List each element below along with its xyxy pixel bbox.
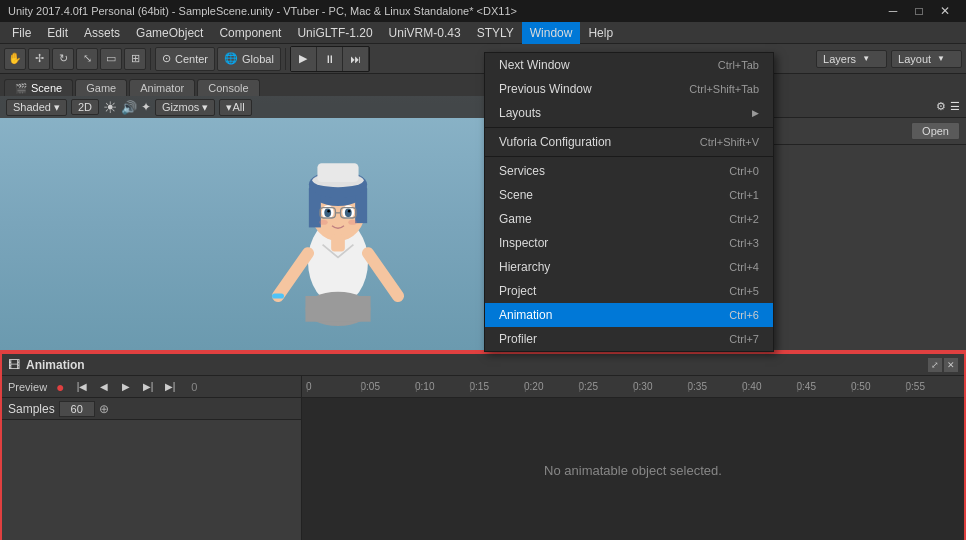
- animation-panel-title: Animation: [26, 358, 85, 372]
- dropdown-item-animation[interactable]: AnimationCtrl+6: [485, 303, 773, 327]
- panel-menu-icon[interactable]: ☰: [950, 100, 960, 113]
- center-button[interactable]: ⊙ Center: [155, 47, 215, 71]
- pause-button[interactable]: ⏸: [317, 47, 343, 71]
- dropdown-item-vuforia-configuration[interactable]: Vuforia ConfigurationCtrl+Shift+V: [485, 130, 773, 154]
- globe-icon: 🌐: [224, 52, 238, 65]
- tab-animator[interactable]: Animator: [129, 79, 195, 96]
- animation-header: 🎞 Animation ⤢ ✕: [2, 354, 964, 376]
- svg-rect-24: [331, 234, 345, 251]
- ruler-mark: 0:40: [742, 381, 797, 392]
- transform-tool[interactable]: ⊞: [124, 48, 146, 70]
- menu-item-shortcut: Ctrl+0: [729, 165, 759, 177]
- samples-input[interactable]: [59, 401, 95, 417]
- menu-styly[interactable]: STYLY: [469, 22, 522, 44]
- menu-file[interactable]: File: [4, 22, 39, 44]
- ruler-mark: 0:55: [906, 381, 961, 392]
- layout-dropdown[interactable]: Layout: [891, 50, 962, 68]
- menu-edit[interactable]: Edit: [39, 22, 76, 44]
- tab-scene[interactable]: 🎬 Scene: [4, 79, 73, 96]
- audio-icon[interactable]: 🔊: [121, 100, 137, 115]
- toolbar: ✋ ✢ ↻ ⤡ ▭ ⊞ ⊙ Center 🌐 Global ▶ ⏸ ⏭ Laye…: [0, 44, 966, 74]
- dropdown-item-previous-window[interactable]: Previous WindowCtrl+Shift+Tab: [485, 77, 773, 101]
- svg-point-22: [319, 220, 328, 225]
- next-frame-button[interactable]: ▶|: [139, 379, 157, 395]
- menu-item-shortcut: Ctrl+Tab: [718, 59, 759, 71]
- play-anim-button[interactable]: ▶: [117, 379, 135, 395]
- main-content: Shaded ▾ 2D ☀ 🔊 ✦ Gizmos ▾ ▾All 🔒: [0, 96, 966, 350]
- ruler-mark: 0:15: [470, 381, 525, 392]
- menu-item-shortcut: Ctrl+Shift+Tab: [689, 83, 759, 95]
- tab-game[interactable]: Game: [75, 79, 127, 96]
- shaded-dropdown[interactable]: Shaded ▾: [6, 99, 67, 116]
- twod-button[interactable]: 2D: [71, 99, 99, 115]
- record-button[interactable]: ●: [51, 379, 69, 395]
- dropdown-item-scene[interactable]: SceneCtrl+1: [485, 183, 773, 207]
- go-start-button[interactable]: |◀: [73, 379, 91, 395]
- menu-item-shortcut: Ctrl+2: [729, 213, 759, 225]
- rect-tool[interactable]: ▭: [100, 48, 122, 70]
- menu-unigltf[interactable]: UniGLTF-1.20: [289, 22, 380, 44]
- menu-item-label: Next Window: [499, 58, 570, 72]
- lighting-icon[interactable]: ☀: [103, 98, 117, 117]
- open-button[interactable]: Open: [911, 122, 960, 140]
- gizmos-dropdown[interactable]: Gizmos ▾: [155, 99, 215, 116]
- animation-controls-toolbar: Preview ● |◀ ◀ ▶ ▶| ▶| 0: [2, 376, 301, 398]
- dropdown-item-hierarchy[interactable]: HierarchyCtrl+4: [485, 255, 773, 279]
- menu-item-label: Services: [499, 164, 545, 178]
- menu-item-label: Hierarchy: [499, 260, 550, 274]
- go-end-button[interactable]: ▶|: [161, 379, 179, 395]
- menu-window[interactable]: Window: [522, 22, 581, 44]
- menu-univrm[interactable]: UniVRM-0.43: [381, 22, 469, 44]
- close-button[interactable]: ✕: [932, 0, 958, 22]
- layers-dropdown[interactable]: Layers: [816, 50, 887, 68]
- animation-header-right: ⤢ ✕: [928, 358, 958, 372]
- timeline-ruler: 00:050:100:150:200:250:300:350:400:450:5…: [302, 376, 964, 398]
- menu-item-shortcut: Ctrl+1: [729, 189, 759, 201]
- panel-close-button[interactable]: ✕: [944, 358, 958, 372]
- play-controls: ▶ ⏸ ⏭: [290, 46, 370, 72]
- menu-item-label: Layouts: [499, 106, 541, 120]
- animation-content: Preview ● |◀ ◀ ▶ ▶| ▶| 0 Samples ⊕: [2, 376, 964, 540]
- animation-panel-icon: 🎞: [8, 358, 20, 372]
- svg-point-16: [345, 209, 352, 218]
- dropdown-item-layouts[interactable]: Layouts: [485, 101, 773, 125]
- panel-gear-icon[interactable]: ⚙: [936, 100, 946, 113]
- dropdown-item-game[interactable]: GameCtrl+2: [485, 207, 773, 231]
- hand-tool[interactable]: ✋: [4, 48, 26, 70]
- dropdown-item-project[interactable]: ProjectCtrl+5: [485, 279, 773, 303]
- rotate-tool[interactable]: ↻: [52, 48, 74, 70]
- prev-frame-button[interactable]: ◀: [95, 379, 113, 395]
- all-dropdown[interactable]: ▾All: [219, 99, 251, 116]
- add-property-icon[interactable]: ⊕: [99, 402, 109, 416]
- maximize-button[interactable]: □: [906, 0, 932, 22]
- dropdown-item-next-window[interactable]: Next WindowCtrl+Tab: [485, 53, 773, 77]
- dropdown-item-profiler[interactable]: ProfilerCtrl+7: [485, 327, 773, 351]
- tab-console[interactable]: Console: [197, 79, 259, 96]
- menu-item-label: Vuforia Configuration: [499, 135, 611, 149]
- menu-item-label: Animation: [499, 308, 552, 322]
- ruler-mark: 0:45: [797, 381, 852, 392]
- menu-item-shortcut: Ctrl+Shift+V: [700, 136, 759, 148]
- global-button[interactable]: 🌐 Global: [217, 47, 281, 71]
- menu-assets[interactable]: Assets: [76, 22, 128, 44]
- ruler-mark: 0:25: [579, 381, 634, 392]
- menu-separator: [485, 127, 773, 128]
- minimize-button[interactable]: ─: [880, 0, 906, 22]
- menu-item-label: Profiler: [499, 332, 537, 346]
- scale-tool[interactable]: ⤡: [76, 48, 98, 70]
- panel-maximize-button[interactable]: ⤢: [928, 358, 942, 372]
- ruler-mark: 0:35: [688, 381, 743, 392]
- panel-corner-buttons: ⤢ ✕: [928, 358, 958, 372]
- ruler-mark: 0:30: [633, 381, 688, 392]
- effects-icon[interactable]: ✦: [141, 100, 151, 114]
- move-tool[interactable]: ✢: [28, 48, 50, 70]
- step-button[interactable]: ⏭: [343, 47, 369, 71]
- animation-timeline[interactable]: 00:050:100:150:200:250:300:350:400:450:5…: [302, 376, 964, 540]
- menu-help[interactable]: Help: [580, 22, 621, 44]
- dropdown-item-services[interactable]: ServicesCtrl+0: [485, 159, 773, 183]
- menu-component[interactable]: Component: [211, 22, 289, 44]
- animation-panel: 🎞 Animation ⤢ ✕ Preview ● |◀ ◀ ▶ ▶| ▶|: [2, 352, 964, 540]
- play-button[interactable]: ▶: [291, 47, 317, 71]
- menu-gameobject[interactable]: GameObject: [128, 22, 211, 44]
- dropdown-item-inspector[interactable]: InspectorCtrl+3: [485, 231, 773, 255]
